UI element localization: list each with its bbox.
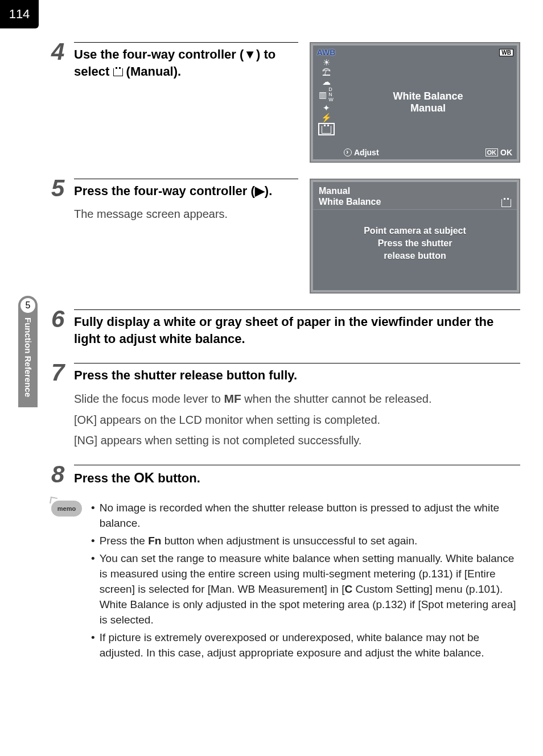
memo2-a: Press the <box>100 535 149 547</box>
memo2-b: button when adjustment is unsuccessful t… <box>161 535 417 547</box>
step-4: 4 Use the four-way controller () to sele… <box>51 40 520 163</box>
memo-item-text: If picture is extremely overexposed or u… <box>100 630 520 661</box>
step7-desc3: [NG] appears when setting is not complet… <box>74 432 520 449</box>
step-7: 7 Press the shutter release button fully… <box>51 361 520 448</box>
ok-label: OK <box>500 148 512 157</box>
ok-box-icon: OK <box>486 148 499 156</box>
step7-desc-b: when the shutter cannot be released. <box>241 393 432 405</box>
awb-icon: AWB <box>317 48 336 57</box>
shade-icon: ⛱ <box>322 68 331 76</box>
fluorescent-dnw-icon: D N W <box>328 87 334 102</box>
tungsten-icon: ✦ <box>323 104 330 112</box>
step-body: Use the four-way controller () to select… <box>74 40 520 163</box>
step-5: 5 Press the four-way controller (). The … <box>51 176 520 294</box>
wb-heading2: Manual <box>410 102 446 114</box>
manual-wb-icon <box>322 126 331 134</box>
page-number: 114 <box>9 7 30 22</box>
step-number: 8 <box>51 462 74 487</box>
fluorescent-icon: ▥ <box>319 90 327 99</box>
step-number: 4 <box>51 40 74 163</box>
cloudy-icon: ☁ <box>322 77 331 86</box>
manual-wb-selected <box>318 123 335 135</box>
lcd-screen-manual-msg: Manual White Balance Point camera at sub… <box>310 179 520 294</box>
memo-list: • No image is recorded when the shutter … <box>91 501 520 663</box>
step8-title: Press the OK button. <box>74 465 520 487</box>
step-number: 7 <box>51 361 74 448</box>
flash-icon: ⚡ <box>321 113 332 122</box>
manual-wb-icon <box>113 68 123 76</box>
memo-item-text: You can set the range to measure white b… <box>100 551 520 628</box>
step7-desc2: [OK] appears on the LCD monitor when set… <box>74 411 520 428</box>
memo-item: • You can set the range to measure white… <box>91 551 520 628</box>
step7-desc-a: Slide the focus mode lever to <box>74 393 224 405</box>
lcd-screen-wb-menu: AWB ☀ ⛱ ☁ ▥ D N W <box>310 42 520 163</box>
adjust-dial-icon <box>344 148 352 156</box>
down-arrow-icon <box>244 47 256 61</box>
section-side-tab: 5 Function Reference <box>18 296 38 407</box>
step5-text-b: ). <box>265 184 272 198</box>
step-title: Press the four-way controller (). <box>74 179 298 200</box>
adjust-label: Adjust <box>354 148 379 157</box>
daylight-icon: ☀ <box>323 58 330 67</box>
mf-label: MF <box>224 392 241 405</box>
step8-text-b: button. <box>154 471 200 485</box>
step-number: 5 <box>51 176 74 294</box>
bullet-icon: • <box>91 501 95 531</box>
manual-wb-icon <box>501 199 511 207</box>
step5-desc: The message screen appears. <box>74 205 298 222</box>
step-6: 6 Fully display a white or gray sheet of… <box>51 307 520 347</box>
step-title: Use the four-way controller () to select… <box>74 42 298 80</box>
lcd2-header: Manual White Balance <box>313 182 517 210</box>
wb-badge: WB <box>499 49 513 56</box>
step6-title: Fully display a white or gray sheet of p… <box>74 309 520 347</box>
lcd2-title1: Manual <box>319 185 381 196</box>
memo-item: • No image is recorded when the shutter … <box>91 501 520 531</box>
wb-mode-list: AWB ☀ ⛱ ☁ ▥ D N W <box>313 46 339 159</box>
page-number-tab: 114 <box>0 0 39 28</box>
right-arrow-icon <box>255 184 265 198</box>
section-number-circle: 5 <box>19 297 36 314</box>
step4-text-c: (Manual). <box>123 64 182 79</box>
lcd2-msg2: Press the shutter <box>319 237 511 250</box>
wb-footer: Adjust OK OK <box>339 148 517 157</box>
step-body: Press the four-way controller (). The me… <box>74 176 520 294</box>
memo-icon: memo <box>51 501 82 517</box>
step-number: 6 <box>51 307 74 347</box>
bullet-icon: • <box>91 551 95 628</box>
section-number: 5 <box>26 300 31 311</box>
step5-text-a: Press the four-way controller ( <box>74 184 255 198</box>
step7-desc: Slide the focus mode lever to MF when th… <box>74 390 520 449</box>
step7-title: Press the shutter release button fully. <box>74 363 520 384</box>
memo-block: memo • No image is recorded when the shu… <box>51 501 520 663</box>
dnw-w: W <box>328 97 334 102</box>
memo-badge-text: memo <box>57 505 76 512</box>
bullet-icon: • <box>91 630 95 661</box>
lcd2-title2: White Balance <box>319 196 381 207</box>
section-label: Function Reference <box>23 317 33 397</box>
ok-button-label: OK <box>134 470 154 485</box>
page-content: 4 Use the four-way controller () to sele… <box>51 40 520 663</box>
step4-text-a: Use the four-way controller ( <box>74 47 244 61</box>
memo-item-text: No image is recorded when the shutter re… <box>100 501 520 531</box>
lcd2-msg3: release button <box>319 250 511 262</box>
step8-text-a: Press the <box>74 471 134 485</box>
memo-item: • Press the Fn button when adjustment is… <box>91 534 520 549</box>
wb-main-area: WB White Balance Manual Adjust OK <box>339 46 517 159</box>
bullet-icon: • <box>91 534 95 549</box>
lcd2-message: Point camera at subject Press the shutte… <box>313 210 517 276</box>
wb-heading1: White Balance <box>393 90 463 102</box>
step-8: 8 Press the OK button. <box>51 462 520 487</box>
fn-label: Fn <box>148 535 161 547</box>
memo-item: • If picture is extremely overexposed or… <box>91 630 520 661</box>
lcd2-msg1: Point camera at subject <box>319 225 511 237</box>
custom-c-label: C <box>345 583 353 595</box>
memo-item-text: Press the Fn button when adjustment is u… <box>100 534 418 549</box>
